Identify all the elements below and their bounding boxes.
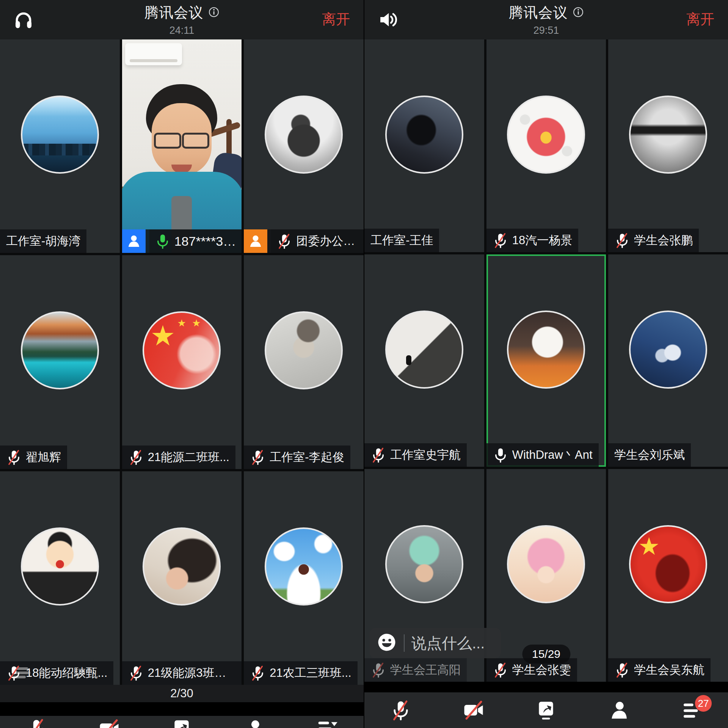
mic-muted-icon: [6, 665, 22, 681]
mic-muted-icon: [370, 662, 386, 678]
avatar: [265, 311, 343, 389]
avatar: [385, 525, 463, 603]
info-icon[interactable]: [573, 6, 584, 19]
mic-muted-button[interactable]: [380, 700, 422, 721]
more-button[interactable]: 27: [671, 700, 712, 721]
participant-name: 21农工三班班...: [270, 665, 351, 681]
participant-tile[interactable]: 工作室-李起俊: [244, 255, 364, 469]
participant-name: 21能源二班班...: [148, 449, 229, 465]
participant-tile-active[interactable]: WithDraw丶Ant: [486, 254, 606, 467]
meeting-timer: 29:51: [509, 25, 584, 36]
participant-name: 工作室-李起俊: [270, 449, 344, 465]
mic-muted-icon: [493, 662, 508, 678]
page-indicator: 15/29: [522, 645, 570, 664]
participant-tile[interactable]: 工作室-胡海湾: [0, 39, 120, 253]
participant-nameplate: 团委办公室...: [244, 229, 364, 253]
right-top-bar: 腾讯会议 29:51 离开: [364, 0, 728, 39]
share-screen-button[interactable]: [525, 700, 567, 721]
participant-name: 学生会张鹏: [634, 232, 693, 248]
mic-on-icon: [155, 233, 171, 249]
app-title: 腾讯会议: [144, 3, 204, 22]
mic-muted-icon: [250, 449, 266, 465]
participant-tile-active-video[interactable]: 187****3160: [122, 39, 242, 253]
participants-button[interactable]: [234, 718, 275, 728]
participants-button[interactable]: [598, 700, 640, 721]
participant-tile[interactable]: 18能动绍騻甄...: [0, 471, 120, 685]
participant-name: 学生会张雯: [512, 662, 571, 678]
participant-tile[interactable]: 21级能源3班团...: [122, 471, 242, 685]
phone-user-badge-icon: [122, 229, 146, 253]
meeting-title-block: 腾讯会议 29:51: [509, 3, 584, 36]
avatar: [21, 96, 99, 174]
avatar: [385, 96, 463, 174]
participant-name: 学生会吴东航: [634, 662, 704, 678]
notification-badge: 27: [695, 695, 712, 712]
participant-name: 学生会王高阳: [390, 662, 461, 678]
avatar: [629, 96, 707, 174]
app-title: 腾讯会议: [509, 3, 568, 22]
avatar: [507, 525, 585, 603]
participant-tile[interactable]: 18汽一杨景: [486, 39, 606, 252]
participant-nameplate: 工作室-王佳: [364, 229, 439, 252]
participant-tile[interactable]: 学生会张鹏: [608, 39, 728, 252]
left-bottom-toolbar: [0, 716, 364, 728]
participant-nameplate: WithDraw丶Ant: [486, 443, 599, 467]
chat-placeholder: 说点什么...: [411, 633, 485, 654]
participant-tile[interactable]: 学生会吴东航: [608, 469, 728, 682]
avatar: [21, 311, 99, 389]
participant-name: 21级能源3班团...: [148, 665, 236, 681]
tencent-meeting-collage: 腾讯会议 24:11 离开 工作室-胡海湾: [0, 0, 728, 728]
participant-nameplate: 翟旭辉: [0, 446, 67, 469]
info-icon[interactable]: [208, 6, 220, 19]
video-feed: [122, 39, 242, 253]
share-screen-button[interactable]: [161, 718, 202, 728]
divider: [0, 702, 364, 716]
camera-off-button[interactable]: [88, 718, 130, 728]
avatar: [143, 311, 221, 389]
mic-muted-icon: [250, 665, 266, 681]
mic-muted-icon: [128, 665, 144, 681]
participant-name: 学生会刘乐斌: [614, 447, 685, 463]
participant-name: 18能动绍騻甄...: [26, 665, 107, 681]
divider: [364, 682, 728, 692]
guest-user-badge-icon: [244, 229, 267, 253]
mic-muted-button[interactable]: [16, 718, 57, 728]
leave-button[interactable]: 离开: [686, 10, 714, 29]
speaker-icon[interactable]: [377, 9, 399, 30]
camera-off-button[interactable]: [453, 700, 494, 721]
more-button[interactable]: [306, 718, 348, 728]
leave-button[interactable]: 离开: [322, 10, 350, 29]
right-bottom-toolbar: 27: [364, 692, 728, 728]
right-participant-grid: 工作室-王佳 18汽一杨景: [364, 39, 728, 682]
participant-nameplate: 学生会王高阳: [364, 658, 467, 682]
air-conditioner: [125, 43, 182, 65]
chat-input[interactable]: 说点什么...: [370, 628, 501, 658]
mic-muted-icon: [6, 449, 22, 465]
left-participant-grid: 工作室-胡海湾: [0, 39, 364, 685]
mic-on-icon: [493, 447, 508, 463]
participant-tile[interactable]: 学生会刘乐斌: [608, 254, 728, 467]
participant-nameplate: 18汽一杨景: [486, 229, 578, 252]
participant-tile[interactable]: 团委办公室...: [244, 39, 364, 253]
participant-nameplate: 21农工三班班...: [244, 661, 357, 685]
participant-nameplate: 21能源二班班...: [122, 446, 235, 469]
meeting-timer: 24:11: [144, 25, 220, 36]
participant-tile[interactable]: 21农工三班班...: [244, 471, 364, 685]
meeting-title-block: 腾讯会议 24:11: [144, 3, 220, 36]
participant-nameplate: 187****3160: [122, 229, 242, 253]
participant-tile[interactable]: 翟旭辉: [0, 255, 120, 469]
participant-tile[interactable]: 21能源二班班...: [122, 255, 242, 469]
avatar: [507, 311, 585, 389]
left-meeting-screen: 腾讯会议 24:11 离开 工作室-胡海湾: [0, 0, 364, 728]
mic-muted-icon: [370, 447, 386, 463]
participant-name: 187****3160: [174, 234, 237, 249]
emoji-icon[interactable]: [377, 632, 397, 654]
input-divider: [404, 634, 405, 652]
participant-tile[interactable]: 工作室史宇航: [364, 254, 484, 467]
avatar: [385, 311, 463, 389]
headphones-icon[interactable]: [13, 9, 34, 30]
avatar: [265, 527, 343, 606]
participant-tile[interactable]: 工作室-王佳: [364, 39, 484, 252]
avatar: [265, 96, 343, 174]
participant-name: 工作室史宇航: [390, 447, 461, 463]
